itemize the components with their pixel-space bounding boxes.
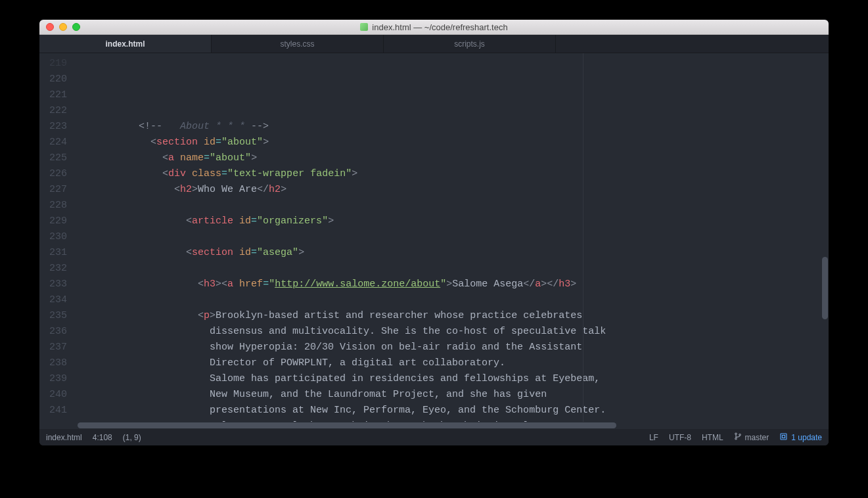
code-line[interactable]: <section id="asega">	[74, 245, 829, 261]
line-number[interactable]: 220	[39, 72, 67, 87]
code-line[interactable]: <div class="text-wrapper fadein">	[74, 166, 829, 182]
horizontal-scrollbar[interactable]	[39, 422, 829, 429]
line-number[interactable]: 236	[39, 324, 67, 340]
window-title: index.html — ~/code/refreshart.tech	[39, 22, 829, 32]
editor-area[interactable]: 2192202212222232242252262272282292302312…	[39, 53, 829, 422]
line-number[interactable]: 228	[39, 198, 67, 214]
code-line[interactable]: show Hyperopia: 20/30 Vision on bel-air …	[74, 340, 829, 355]
line-number[interactable]: 229	[39, 214, 67, 229]
line-number[interactable]: 226	[39, 166, 67, 182]
git-branch-icon	[734, 432, 742, 442]
status-selection[interactable]: 4:108	[93, 433, 112, 442]
code-line[interactable]: <article id="organizers">	[74, 214, 829, 229]
status-git-branch[interactable]: master	[734, 432, 769, 442]
code-line[interactable]: New Museum, and the Laundromat Project, …	[74, 387, 829, 403]
close-icon[interactable]	[46, 23, 54, 31]
vertical-scrollbar[interactable]	[821, 53, 829, 422]
code-line[interactable]: <a name="about">	[74, 150, 829, 166]
tab-scripts-js[interactable]: scripts.js	[384, 35, 556, 53]
svg-point-0	[735, 433, 736, 434]
line-number[interactable]: 233	[39, 277, 67, 292]
horizontal-scrollbar-thumb[interactable]	[78, 422, 616, 428]
code-line[interactable]	[74, 103, 829, 119]
code-line[interactable]: presentations at New Inc, Performa, Eyeo…	[74, 403, 829, 419]
tab-styles-css[interactable]: styles.css	[212, 35, 384, 53]
code-content[interactable]: <!-- About * * * --> <section id="about"…	[74, 53, 829, 422]
line-number[interactable]: 235	[39, 308, 67, 324]
maximize-icon[interactable]	[72, 23, 80, 31]
line-number[interactable]: 231	[39, 245, 67, 261]
line-number[interactable]: 241	[39, 403, 67, 419]
code-line[interactable]	[74, 261, 829, 277]
code-line[interactable]: <h2>Who We Are</h2>	[74, 182, 829, 198]
status-grammar[interactable]: HTML	[702, 433, 723, 442]
line-number[interactable]: 237	[39, 340, 67, 355]
line-number[interactable]: 238	[39, 355, 67, 371]
line-number[interactable]: 222	[39, 103, 67, 119]
code-line[interactable]: Director of POWRPLNT, a digital art coll…	[74, 355, 829, 371]
window-titlebar[interactable]: index.html — ~/code/refreshart.tech	[39, 20, 829, 35]
line-number[interactable]: 234	[39, 292, 67, 308]
svg-rect-4	[783, 435, 785, 438]
line-number[interactable]: 221	[39, 87, 67, 103]
vertical-scrollbar-thumb[interactable]	[822, 257, 828, 319]
line-number[interactable]: 219	[39, 56, 67, 72]
status-updates[interactable]: 1 update	[779, 432, 822, 443]
svg-point-1	[735, 438, 736, 440]
package-icon	[779, 432, 788, 443]
status-line-ending[interactable]: LF	[649, 433, 658, 442]
line-number-gutter: 2192202212222232242252262272282292302312…	[39, 53, 74, 422]
line-number[interactable]: 239	[39, 371, 67, 387]
tab-index-html[interactable]: index.html	[39, 35, 212, 53]
tab-bar: index.htmlstyles.cssscripts.js	[39, 35, 829, 53]
svg-rect-3	[781, 434, 787, 440]
line-number[interactable]: 223	[39, 119, 67, 135]
code-line[interactable]	[74, 292, 829, 308]
minimize-icon[interactable]	[59, 23, 67, 31]
line-number[interactable]: 225	[39, 150, 67, 166]
code-line[interactable]: <section id="about">	[74, 135, 829, 150]
line-number[interactable]: 230	[39, 229, 67, 245]
code-line[interactable]: <!-- About * * * -->	[74, 119, 829, 135]
editor-window: index.html — ~/code/refreshart.tech inde…	[39, 20, 829, 445]
line-number[interactable]: 224	[39, 135, 67, 150]
status-bar: index.html 4:108 (1, 9) LF UTF-8 HTML ma…	[39, 429, 829, 445]
wrap-guide	[583, 53, 583, 422]
code-line[interactable]	[74, 198, 829, 214]
document-icon	[360, 23, 368, 31]
svg-point-2	[739, 434, 740, 436]
window-controls	[39, 23, 80, 31]
code-line[interactable]: Salome has participated in residencies a…	[74, 371, 829, 387]
window-title-text: index.html — ~/code/refreshart.tech	[372, 22, 507, 32]
line-number[interactable]: 232	[39, 261, 67, 277]
updates-text: 1 update	[791, 433, 822, 442]
branch-name: master	[745, 433, 769, 442]
status-cursor-position[interactable]: (1, 9)	[123, 433, 141, 442]
line-number[interactable]: 227	[39, 182, 67, 198]
code-line[interactable]	[74, 229, 829, 245]
status-encoding[interactable]: UTF-8	[669, 433, 691, 442]
status-filename[interactable]: index.html	[46, 433, 82, 442]
code-line[interactable]: dissensus and multivocality. She is the …	[74, 324, 829, 340]
code-line[interactable]: <h3><a href="http://www.salome.zone/abou…	[74, 277, 829, 292]
line-number[interactable]: 240	[39, 387, 67, 403]
code-line[interactable]: <p>Brooklyn-based artist and researcher …	[74, 308, 829, 324]
